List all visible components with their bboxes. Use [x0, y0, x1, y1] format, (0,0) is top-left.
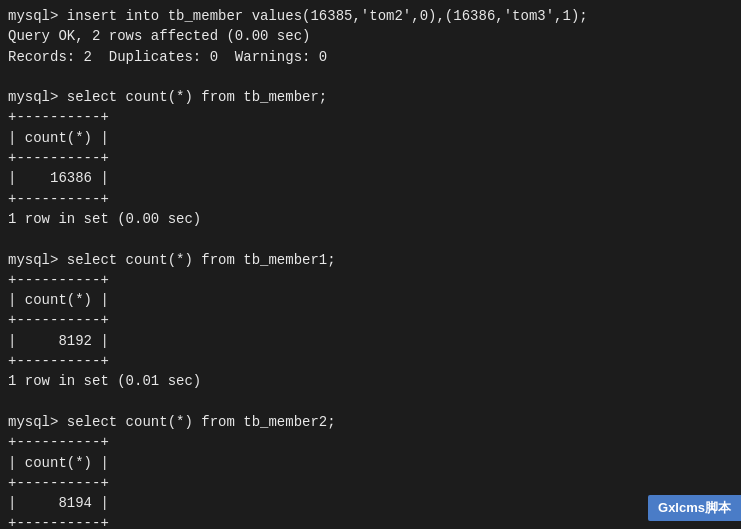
terminal-window: mysql> insert into tb_member values(1638…	[0, 0, 741, 529]
watermark-badge: Gxlcms脚本	[648, 495, 741, 521]
terminal-output: mysql> insert into tb_member values(1638…	[8, 6, 733, 529]
